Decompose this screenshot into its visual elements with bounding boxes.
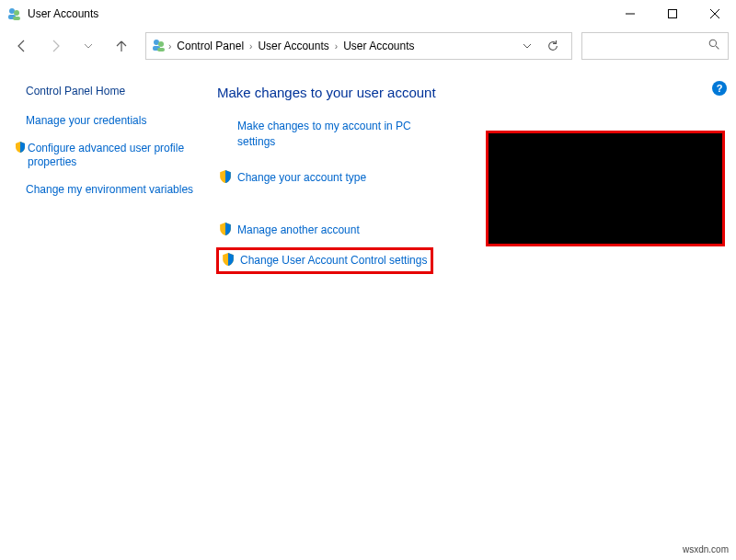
action-link-label: Change User Account Control settings xyxy=(240,253,427,269)
sidebar-link-label: Configure advanced user profile properti… xyxy=(28,142,199,170)
sidebar-link-label: Manage your credentials xyxy=(26,114,146,129)
shield-icon xyxy=(15,142,26,153)
address-bar[interactable]: › Control Panel › User Accounts › User A… xyxy=(145,32,572,60)
window-title: User Accounts xyxy=(28,7,98,20)
titlebar: User Accounts xyxy=(0,0,736,28)
sidebar-heading[interactable]: Control Panel Home xyxy=(15,85,199,97)
chevron-right-icon: › xyxy=(333,41,339,51)
back-button[interactable] xyxy=(7,31,37,61)
sidebar: Control Panel Home Manage your credentia… xyxy=(15,74,199,283)
watermark: wsxdn.com xyxy=(683,544,729,554)
action-change-uac-highlighted[interactable]: Change User Account Control settings xyxy=(216,247,433,274)
search-input[interactable] xyxy=(581,32,729,60)
maximize-button[interactable] xyxy=(651,0,694,28)
recent-dropdown-icon[interactable] xyxy=(74,31,103,61)
svg-rect-5 xyxy=(669,10,677,18)
chevron-right-icon: › xyxy=(167,41,173,51)
account-info-tile-redacted xyxy=(486,131,725,246)
refresh-button[interactable] xyxy=(540,33,566,59)
action-link-label: Make changes to my account in PC setting… xyxy=(237,119,421,150)
close-button[interactable] xyxy=(694,0,736,28)
shield-icon xyxy=(219,223,237,235)
svg-point-1 xyxy=(14,10,19,16)
breadcrumb-user-accounts[interactable]: User Accounts xyxy=(339,40,418,52)
sidebar-link-manage-credentials[interactable]: Manage your credentials xyxy=(15,114,199,129)
minimize-button[interactable] xyxy=(609,0,651,28)
location-icon xyxy=(152,38,167,55)
svg-point-12 xyxy=(709,40,716,46)
action-link-label: Change your account type xyxy=(237,170,366,186)
shield-icon xyxy=(222,253,240,266)
svg-point-9 xyxy=(158,41,164,47)
shield-icon xyxy=(219,170,237,183)
sidebar-link-advanced-profile[interactable]: Configure advanced user profile properti… xyxy=(15,142,199,170)
svg-rect-3 xyxy=(13,17,20,20)
search-icon xyxy=(708,39,720,53)
chevron-right-icon: › xyxy=(247,41,254,51)
action-link-label: Manage another account xyxy=(237,223,360,238)
forward-button[interactable] xyxy=(40,31,70,61)
window-controls xyxy=(609,0,736,28)
user-accounts-icon xyxy=(7,6,22,21)
sidebar-link-env-vars[interactable]: Change my environment variables xyxy=(15,183,199,198)
page-title: Make changes to your user account xyxy=(217,85,721,100)
up-button[interactable] xyxy=(107,31,136,61)
history-dropdown-button[interactable] xyxy=(514,33,540,59)
breadcrumb-user-accounts-category[interactable]: User Accounts xyxy=(254,40,332,52)
svg-rect-11 xyxy=(157,48,165,51)
svg-line-13 xyxy=(716,46,719,49)
sidebar-link-label: Change my environment variables xyxy=(26,183,193,198)
navbar: › Control Panel › User Accounts › User A… xyxy=(0,28,736,64)
breadcrumb-control-panel[interactable]: Control Panel xyxy=(173,40,247,52)
